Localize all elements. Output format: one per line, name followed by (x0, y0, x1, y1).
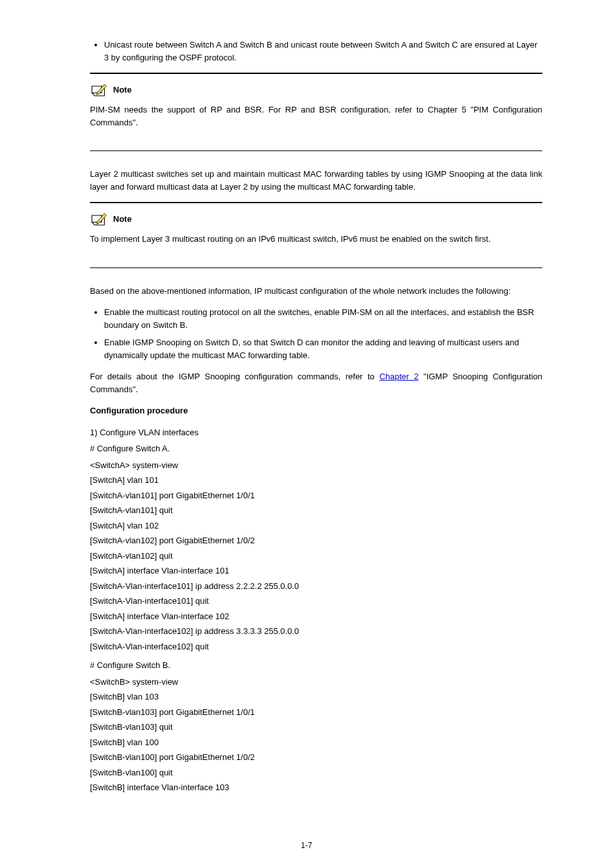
cli-line: [SwitchA] interface Vlan-interface 102 (90, 610, 542, 623)
page-number: 1-7 (0, 840, 613, 851)
cli-line: [SwitchA-Vlan-interface102] quit (90, 640, 542, 653)
paragraph-l2-multicast: Layer 2 multicast switches set up and ma… (90, 168, 542, 193)
cli-line: [SwitchA] vlan 102 (90, 520, 542, 532)
note-header: Note (90, 83, 542, 97)
note-icon (90, 212, 109, 226)
xref-prefix-text: For details about the IGMP Snooping conf… (90, 372, 379, 381)
cli-line: [SwitchA-Vlan-interface102] ip address 3… (90, 625, 542, 638)
list-item: Enable the multicast routing protocol on… (104, 306, 542, 331)
intro-bullet-list: Unicast route between Switch A and Switc… (90, 39, 542, 64)
cli-block-switch-b: <SwitchB> system-view [SwitchB] vlan 103… (90, 676, 542, 794)
cli-line: [SwitchB] vlan 103 (90, 691, 542, 703)
configuration-procedure-heading: Configuration procedure (90, 404, 542, 417)
cli-line: [SwitchA-Vlan-interface101] ip address 2… (90, 580, 542, 593)
cli-line: <SwitchB> system-view (90, 676, 542, 689)
cli-line: [SwitchB-vlan103] port GigabitEthernet 1… (90, 706, 542, 719)
config-bullet-list: Enable the multicast routing protocol on… (90, 306, 542, 361)
cli-line: [SwitchA] interface Vlan-interface 101 (90, 565, 542, 577)
switch-a-heading: # Configure Switch A. (90, 442, 542, 455)
cli-line: [SwitchA-vlan101] quit (90, 504, 542, 517)
cli-line: [SwitchB-vlan100] quit (90, 766, 542, 779)
note-block-1: Note PIM-SM needs the support of RP and … (90, 73, 542, 151)
cli-line: [SwitchA] vlan 101 (90, 474, 542, 487)
step-1-heading: 1) Configure VLAN interfaces (90, 426, 542, 439)
cli-line: [SwitchB-vlan103] quit (90, 721, 542, 734)
paragraph-xref: For details about the IGMP Snooping conf… (90, 370, 542, 395)
switch-b-heading: # Configure Switch B. (90, 659, 542, 672)
cli-line: [SwitchA-vlan102] port GigabitEthernet 1… (90, 534, 542, 547)
note-block-2: Note To implement Layer 3 multicast rout… (90, 202, 542, 268)
note-label: Note (113, 213, 132, 226)
cli-line: [SwitchA-vlan102] quit (90, 550, 542, 563)
note-header: Note (90, 212, 542, 226)
cli-line: [SwitchA-vlan101] port GigabitEthernet 1… (90, 489, 542, 502)
chapter-2-link[interactable]: Chapter 2 (379, 372, 418, 381)
cli-block-switch-a: <SwitchA> system-view [SwitchA] vlan 101… (90, 459, 542, 653)
list-item: Enable IGMP Snooping on Switch D, so tha… (104, 336, 542, 361)
note-label: Note (113, 84, 132, 96)
note-text: To implement Layer 3 multicast routing o… (90, 233, 542, 246)
cli-line: <SwitchA> system-view (90, 459, 542, 472)
cli-line: [SwitchB-vlan100] port GigabitEthernet 1… (90, 751, 542, 764)
cli-line: [SwitchA-Vlan-interface101] quit (90, 595, 542, 608)
paragraph-before-bullets: Based on the above-mentioned information… (90, 285, 542, 298)
list-item: Unicast route between Switch A and Switc… (104, 39, 542, 64)
note-text: PIM-SM needs the support of RP and BSR. … (90, 104, 542, 129)
document-page: Unicast route between Switch A and Switc… (0, 0, 613, 868)
cli-line: [SwitchB] interface Vlan-interface 103 (90, 781, 542, 794)
note-icon (90, 83, 109, 97)
cli-line: [SwitchB] vlan 100 (90, 736, 542, 749)
